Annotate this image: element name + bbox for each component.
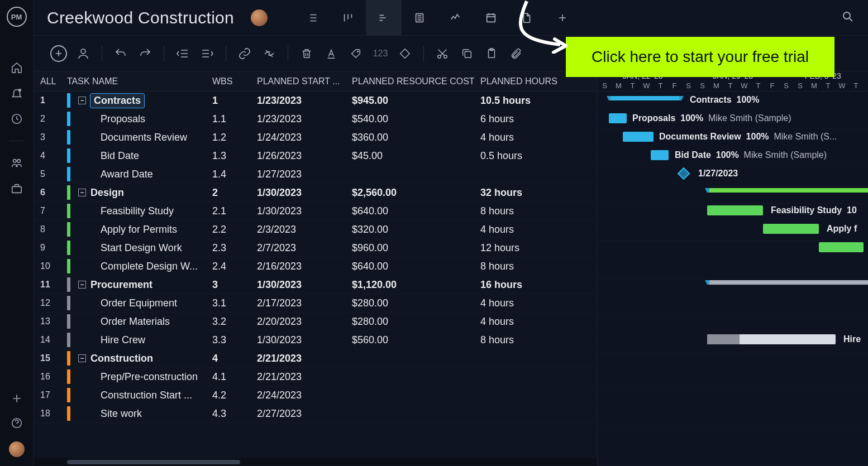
col-planned-hours[interactable]: PLANNED HOURS <box>480 76 570 87</box>
wbs-cell[interactable]: 1.1 <box>212 113 257 125</box>
add-task-button[interactable]: + <box>47 42 70 65</box>
gantt-bar[interactable] <box>707 188 868 193</box>
people-icon[interactable] <box>11 157 23 169</box>
cost-cell[interactable]: $2,560.00 <box>352 187 480 199</box>
wbs-cell[interactable]: 3.3 <box>212 334 257 346</box>
wbs-cell[interactable]: 2 <box>212 187 257 199</box>
hours-cell[interactable]: 16 hours <box>480 279 570 291</box>
hours-cell[interactable]: 0.5 hours <box>480 150 570 162</box>
task-name-cell[interactable]: Feasibility Study <box>78 205 174 217</box>
hours-cell[interactable]: 4 hours <box>480 297 570 309</box>
start-cell[interactable]: 2/24/2023 <box>257 390 352 401</box>
start-cell[interactable]: 1/26/2023 <box>257 150 352 162</box>
wbs-cell[interactable]: 2.1 <box>212 205 257 217</box>
gantt-chart[interactable]: JAN, 22 '23JAN, 29 '23FEB, 5 '23 SMTWTFS… <box>598 71 868 466</box>
cost-cell[interactable]: $560.00 <box>352 334 480 346</box>
start-cell[interactable]: 2/21/2023 <box>257 371 352 383</box>
board-view-tab[interactable] <box>330 0 366 36</box>
project-title[interactable]: Creekwood Construction <box>47 8 234 27</box>
clock-icon[interactable] <box>11 113 23 125</box>
gantt-bar[interactable] <box>651 150 669 160</box>
table-row[interactable]: 6−Design21/30/2023$2,560.0032 hours <box>34 184 597 202</box>
wbs-number-button[interactable]: 123 <box>369 42 392 65</box>
tag-button[interactable] <box>344 42 368 65</box>
task-name-cell[interactable]: Award Date <box>78 169 153 180</box>
horizontal-scrollbar[interactable] <box>34 458 597 466</box>
table-row[interactable]: 4Bid Date1.31/26/2023$45.000.5 hours <box>34 147 597 165</box>
wbs-cell[interactable]: 1.4 <box>212 169 257 180</box>
table-row[interactable]: 3Documents Review1.21/24/2023$360.004 ho… <box>34 128 597 147</box>
home-icon[interactable] <box>11 61 23 74</box>
col-planned-cost[interactable]: PLANNED RESOURCE COST <box>352 76 480 87</box>
hours-cell[interactable]: 12 hours <box>480 242 570 254</box>
start-cell[interactable]: 1/30/2023 <box>257 279 352 291</box>
hours-cell[interactable]: 4 hours <box>480 316 570 328</box>
task-name-cell[interactable]: Start Design Work <box>78 242 182 254</box>
plus-icon[interactable] <box>11 392 23 405</box>
sheet-view-tab[interactable] <box>402 0 437 36</box>
task-name-cell[interactable]: Proposals <box>78 113 145 125</box>
table-row[interactable]: 16Prep/Pre-construction4.12/21/2023 <box>34 368 597 386</box>
expand-toggle[interactable]: − <box>78 281 86 289</box>
cost-cell[interactable]: $45.00 <box>352 150 480 162</box>
start-cell[interactable]: 2/17/2023 <box>257 297 352 309</box>
expand-toggle[interactable]: − <box>78 97 86 104</box>
start-cell[interactable]: 1/23/2023 <box>257 113 352 125</box>
gantt-bar[interactable] <box>609 113 627 123</box>
redo-button[interactable] <box>133 42 157 65</box>
start-cell[interactable]: 1/24/2023 <box>257 132 352 143</box>
hours-cell[interactable]: 32 hours <box>480 187 570 199</box>
task-name-cell[interactable]: Prep/Pre-construction <box>78 371 198 383</box>
help-icon[interactable] <box>11 417 23 429</box>
bell-icon[interactable] <box>11 87 23 99</box>
wbs-cell[interactable]: 4 <box>212 353 257 364</box>
start-cell[interactable]: 2/3/2023 <box>257 224 352 236</box>
task-name-cell[interactable]: Contracts <box>90 94 144 108</box>
table-row[interactable]: 13Order Materials3.22/20/2023$280.004 ho… <box>34 313 597 331</box>
gantt-bar[interactable] <box>609 96 681 100</box>
text-color-button[interactable] <box>319 42 343 65</box>
wbs-cell[interactable]: 4.1 <box>212 371 257 383</box>
gantt-milestone[interactable] <box>678 167 690 180</box>
gantt-bar[interactable] <box>819 242 864 252</box>
table-row[interactable]: 14Hire Crew3.31/30/2023$560.008 hours <box>34 331 597 349</box>
cost-cell[interactable]: $360.00 <box>352 132 480 143</box>
hours-cell[interactable]: 4 hours <box>480 132 570 143</box>
start-cell[interactable]: 1/30/2023 <box>257 334 352 346</box>
start-cell[interactable]: 1/30/2023 <box>257 205 352 217</box>
task-name-cell[interactable]: Order Equipment <box>78 297 177 309</box>
dashboard-view-tab[interactable] <box>437 0 473 36</box>
table-row[interactable]: 15−Construction42/21/2023 <box>34 349 597 368</box>
wbs-cell[interactable]: 3 <box>212 279 257 291</box>
hours-cell[interactable]: 8 hours <box>480 334 570 346</box>
table-row[interactable]: 5Award Date1.41/27/2023 <box>34 165 597 184</box>
start-cell[interactable]: 2/20/2023 <box>257 316 352 328</box>
task-name-cell[interactable]: Complete Design W... <box>78 261 198 272</box>
task-name-cell[interactable]: Construction <box>90 353 153 364</box>
wbs-cell[interactable]: 3.1 <box>212 297 257 309</box>
link-button[interactable] <box>233 42 256 65</box>
table-row[interactable]: 12Order Equipment3.12/17/2023$280.004 ho… <box>34 294 597 313</box>
table-row[interactable]: 2Proposals1.11/23/2023$540.006 hours <box>34 110 597 128</box>
cost-cell[interactable]: $640.00 <box>352 205 480 217</box>
app-logo[interactable]: PM <box>7 7 27 27</box>
milestone-button[interactable] <box>393 42 417 65</box>
wbs-cell[interactable]: 4.2 <box>212 390 257 401</box>
cost-cell[interactable]: $960.00 <box>352 242 480 254</box>
table-row[interactable]: 18Site work4.32/27/2023 <box>34 405 597 423</box>
unlink-button[interactable] <box>257 42 281 65</box>
start-cell[interactable]: 1/27/2023 <box>257 169 352 180</box>
hours-cell[interactable]: 4 hours <box>480 224 570 236</box>
project-owner-avatar[interactable] <box>251 9 268 26</box>
task-name-cell[interactable]: Order Materials <box>78 316 170 328</box>
expand-toggle[interactable]: − <box>78 189 86 196</box>
task-name-cell[interactable]: Design <box>90 187 124 199</box>
search-icon[interactable] <box>841 10 855 26</box>
wbs-cell[interactable]: 1.3 <box>212 150 257 162</box>
wbs-cell[interactable]: 1 <box>212 95 257 107</box>
cost-cell[interactable]: $945.00 <box>352 95 480 107</box>
task-name-cell[interactable]: Procurement <box>90 279 152 291</box>
wbs-cell[interactable]: 2.2 <box>212 224 257 236</box>
hours-cell[interactable]: 8 hours <box>480 261 570 272</box>
hours-cell[interactable]: 6 hours <box>480 113 570 125</box>
